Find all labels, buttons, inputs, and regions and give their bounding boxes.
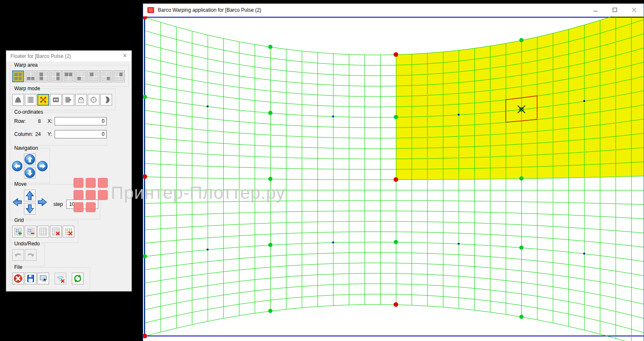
column-value: 24 [33,131,41,137]
grid-show-button[interactable] [37,226,49,237]
move-left-icon [12,197,23,208]
warp-area-right-half-button[interactable] [50,70,62,82]
redo-button[interactable] [25,249,37,261]
close-icon [632,7,636,13]
warp-area-left-half-button[interactable] [37,70,49,82]
warp-grid-canvas[interactable] [143,16,644,341]
nav-right-icon [37,161,48,172]
row-value: 8 [33,118,41,124]
grid-delete-points-button[interactable] [63,226,74,237]
file-save-icon [26,274,35,283]
file-save-button[interactable] [25,273,37,284]
close-button[interactable] [624,4,644,16]
warp-mode-linearity-button[interactable] [25,94,37,106]
warp-area-quad-top-right-button[interactable] [113,70,125,82]
navigation-left-button[interactable] [11,160,23,172]
grid-add-icon [14,227,22,236]
step-label: step [53,201,63,207]
warp-mode-group-label: Warp mode [13,86,42,91]
floater-title: Floater for [Barco Pulse (2) [10,53,71,59]
coordinates-row-2: Column: 24 Y: [14,130,107,138]
move-left-button[interactable] [11,196,23,208]
x-input[interactable] [55,117,107,125]
file-reload-icon [73,274,82,283]
nav-up-icon [24,154,35,165]
minimize-button[interactable] [586,4,605,16]
warping-main-window: Barco Warping application for [Barco Pul… [143,3,644,341]
navigation-right-button[interactable] [37,160,48,172]
y-input[interactable] [55,130,107,138]
mode-shift-edge-icon [65,96,72,104]
warp-area-top-half-button[interactable] [63,70,74,82]
file-display-icon [39,274,48,283]
warp-mode-keystone-button[interactable] [12,94,24,106]
move-right-button[interactable] [37,196,48,208]
area-quad-tl-icon [89,72,98,81]
undo-redo-group-label: Undo/Redo [13,241,41,247]
warp-mode-shift-edge-button[interactable] [63,94,74,106]
mode-shift-h-icon [52,96,60,104]
grid-add-point-button[interactable] [12,226,24,237]
undo-button[interactable] [12,249,24,261]
grid-remove-point-button[interactable] [25,226,37,237]
step-select[interactable]: 10 [66,200,98,209]
file-group-label: File [13,264,24,270]
navigation-down-button[interactable] [24,167,36,179]
area-quad-br-icon [102,72,111,81]
file-close-icon [13,274,23,283]
undo-redo-group: Undo/Redo [10,244,45,266]
grid-points-delete-icon [64,227,73,236]
warp-area-quad-bottom-left-button[interactable] [75,70,87,82]
main-window-title: Barco Warping application for [Barco Pul… [158,7,261,13]
minimize-icon [593,7,598,13]
warp-area-group: Warp area [10,65,129,87]
grid-delete-button[interactable] [50,226,62,237]
move-up-icon [24,190,35,201]
file-reload-button[interactable] [72,273,84,284]
maximize-icon [613,7,617,13]
move-group-label: Move [13,181,28,187]
move-right-icon [37,197,48,208]
area-full-icon [13,72,23,81]
warp-area-full-button[interactable] [12,70,24,82]
floater-titlebar: Floater for [Barco Pulse (2) ✕ [6,51,131,62]
window-controls [586,4,644,16]
move-down-button[interactable] [24,203,36,215]
coordinates-row-1: Row: 8 X: [14,117,107,125]
nav-left-icon [12,161,23,172]
warp-mode-rotate-button[interactable] [88,94,99,106]
redo-icon [26,250,35,260]
floater-window: Floater for [Barco Pulse (2) ✕ Warp area… [6,50,132,292]
warp-area-quad-bottom-right-button[interactable] [100,70,112,82]
file-close-button[interactable] [12,273,24,284]
mode-warp-points-icon [39,96,47,104]
mode-crescent-icon [102,96,110,104]
chevron-down-icon [92,202,97,208]
grid-delete-icon [52,227,60,236]
warp-mode-warp-points-button[interactable] [37,94,49,106]
warp-mode-shift-horizontal-button[interactable] [50,94,62,106]
warp-area-group-label: Warp area [13,62,39,68]
grid-plain-icon [39,227,47,236]
file-wifi-disconnect-button[interactable] [55,273,66,284]
warp-area-bottom-half-button[interactable] [25,70,37,82]
area-right-icon [51,72,60,81]
move-up-button[interactable] [24,190,36,201]
file-group: File [10,267,90,290]
barco-logo-icon [147,7,154,13]
main-titlebar: Barco Warping application for [Barco Pul… [143,4,644,16]
warp-mode-crescent-button[interactable] [100,94,112,106]
grid-remove-icon [26,227,35,236]
maximize-button[interactable] [605,4,624,16]
floater-close-icon[interactable]: ✕ [123,53,127,59]
file-display-button[interactable] [37,273,49,284]
column-label: Column: [14,131,33,137]
warp-area-quad-top-left-button[interactable] [88,70,99,82]
area-quad-tr-icon [114,72,123,81]
y-label: Y: [47,131,55,137]
coordinates-group-label: Co-ordinates [13,109,45,115]
navigation-up-button[interactable] [24,154,36,165]
nav-down-icon [24,167,35,178]
step-select-value: 10 [69,201,75,207]
warp-mode-bow-button[interactable] [75,94,87,106]
